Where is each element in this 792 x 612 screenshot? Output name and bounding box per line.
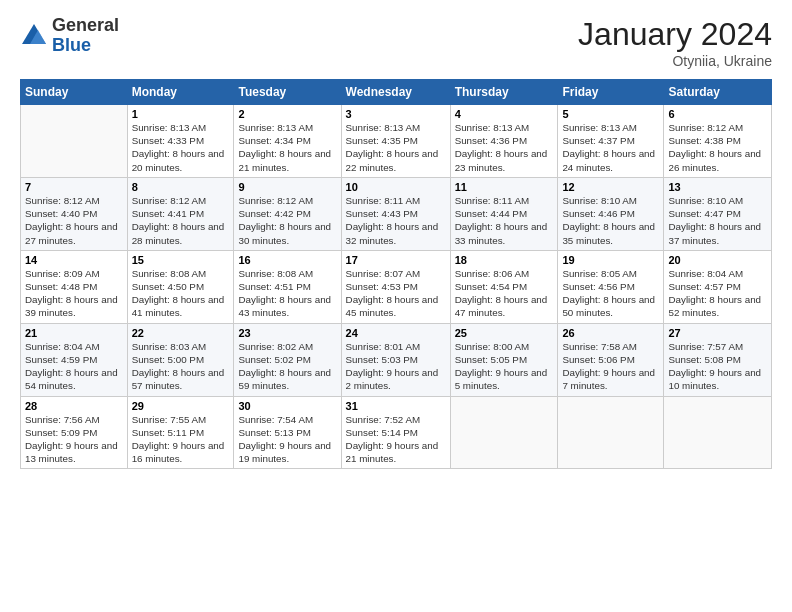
sunset-text: Sunset: 4:38 PM [668, 135, 740, 146]
day-info: Sunrise: 8:12 AMSunset: 4:38 PMDaylight:… [668, 121, 767, 174]
day-number: 10 [346, 181, 446, 193]
daylight-text: Daylight: 8 hours and 41 minutes. [132, 294, 225, 318]
daylight-text: Daylight: 8 hours and 59 minutes. [238, 367, 331, 391]
day-number: 11 [455, 181, 554, 193]
sunset-text: Sunset: 4:48 PM [25, 281, 97, 292]
sunset-text: Sunset: 4:57 PM [668, 281, 740, 292]
daylight-text: Daylight: 9 hours and 2 minutes. [346, 367, 439, 391]
sunset-text: Sunset: 4:37 PM [562, 135, 634, 146]
calendar-cell: 10Sunrise: 8:11 AMSunset: 4:43 PMDayligh… [341, 177, 450, 250]
daylight-text: Daylight: 8 hours and 52 minutes. [668, 294, 761, 318]
day-number: 5 [562, 108, 659, 120]
week-row-1: 1Sunrise: 8:13 AMSunset: 4:33 PMDaylight… [21, 105, 772, 178]
location: Otyniia, Ukraine [578, 53, 772, 69]
daylight-text: Daylight: 8 hours and 23 minutes. [455, 148, 548, 172]
week-row-5: 28Sunrise: 7:56 AMSunset: 5:09 PMDayligh… [21, 396, 772, 469]
day-info: Sunrise: 8:01 AMSunset: 5:03 PMDaylight:… [346, 340, 446, 393]
sunrise-text: Sunrise: 8:11 AM [346, 195, 421, 206]
sunset-text: Sunset: 5:03 PM [346, 354, 418, 365]
calendar-cell: 26Sunrise: 7:58 AMSunset: 5:06 PMDayligh… [558, 323, 664, 396]
sunset-text: Sunset: 4:51 PM [238, 281, 310, 292]
sunrise-text: Sunrise: 7:57 AM [668, 341, 743, 352]
daylight-text: Daylight: 9 hours and 21 minutes. [346, 440, 439, 464]
daylight-text: Daylight: 8 hours and 26 minutes. [668, 148, 761, 172]
sunrise-text: Sunrise: 7:56 AM [25, 414, 100, 425]
day-number: 8 [132, 181, 230, 193]
calendar-cell: 31Sunrise: 7:52 AMSunset: 5:14 PMDayligh… [341, 396, 450, 469]
day-info: Sunrise: 8:10 AMSunset: 4:46 PMDaylight:… [562, 194, 659, 247]
sunrise-text: Sunrise: 8:10 AM [668, 195, 743, 206]
sunrise-text: Sunrise: 8:05 AM [562, 268, 637, 279]
daylight-text: Daylight: 9 hours and 19 minutes. [238, 440, 331, 464]
logo-general: General [52, 16, 119, 36]
sunrise-text: Sunrise: 8:08 AM [132, 268, 207, 279]
calendar-cell: 30Sunrise: 7:54 AMSunset: 5:13 PMDayligh… [234, 396, 341, 469]
day-number: 28 [25, 400, 123, 412]
calendar-cell [21, 105, 128, 178]
day-number: 15 [132, 254, 230, 266]
sunrise-text: Sunrise: 8:13 AM [562, 122, 637, 133]
day-info: Sunrise: 8:12 AMSunset: 4:42 PMDaylight:… [238, 194, 336, 247]
sunset-text: Sunset: 5:05 PM [455, 354, 527, 365]
sunrise-text: Sunrise: 8:07 AM [346, 268, 421, 279]
sunset-text: Sunset: 5:08 PM [668, 354, 740, 365]
title-block: January 2024 Otyniia, Ukraine [578, 16, 772, 69]
daylight-text: Daylight: 8 hours and 30 minutes. [238, 221, 331, 245]
sunrise-text: Sunrise: 8:11 AM [455, 195, 530, 206]
col-tuesday: Tuesday [234, 80, 341, 105]
daylight-text: Daylight: 8 hours and 47 minutes. [455, 294, 548, 318]
sunset-text: Sunset: 4:43 PM [346, 208, 418, 219]
sunrise-text: Sunrise: 8:06 AM [455, 268, 530, 279]
sunset-text: Sunset: 4:47 PM [668, 208, 740, 219]
day-number: 12 [562, 181, 659, 193]
calendar-cell: 11Sunrise: 8:11 AMSunset: 4:44 PMDayligh… [450, 177, 558, 250]
day-number: 27 [668, 327, 767, 339]
daylight-text: Daylight: 8 hours and 35 minutes. [562, 221, 655, 245]
day-info: Sunrise: 7:55 AMSunset: 5:11 PMDaylight:… [132, 413, 230, 466]
day-number: 26 [562, 327, 659, 339]
calendar-cell: 15Sunrise: 8:08 AMSunset: 4:50 PMDayligh… [127, 250, 234, 323]
day-number: 13 [668, 181, 767, 193]
day-info: Sunrise: 8:08 AMSunset: 4:51 PMDaylight:… [238, 267, 336, 320]
calendar-cell: 29Sunrise: 7:55 AMSunset: 5:11 PMDayligh… [127, 396, 234, 469]
logo-text: General Blue [52, 16, 119, 56]
day-info: Sunrise: 8:13 AMSunset: 4:36 PMDaylight:… [455, 121, 554, 174]
day-number: 31 [346, 400, 446, 412]
calendar-cell: 23Sunrise: 8:02 AMSunset: 5:02 PMDayligh… [234, 323, 341, 396]
daylight-text: Daylight: 8 hours and 39 minutes. [25, 294, 118, 318]
daylight-text: Daylight: 8 hours and 20 minutes. [132, 148, 225, 172]
sunrise-text: Sunrise: 8:13 AM [238, 122, 313, 133]
day-number: 3 [346, 108, 446, 120]
daylight-text: Daylight: 8 hours and 27 minutes. [25, 221, 118, 245]
day-info: Sunrise: 8:09 AMSunset: 4:48 PMDaylight:… [25, 267, 123, 320]
logo-icon [20, 22, 48, 50]
calendar-cell: 6Sunrise: 8:12 AMSunset: 4:38 PMDaylight… [664, 105, 772, 178]
calendar-cell: 20Sunrise: 8:04 AMSunset: 4:57 PMDayligh… [664, 250, 772, 323]
day-number: 25 [455, 327, 554, 339]
week-row-3: 14Sunrise: 8:09 AMSunset: 4:48 PMDayligh… [21, 250, 772, 323]
sunrise-text: Sunrise: 8:04 AM [25, 341, 100, 352]
day-number: 18 [455, 254, 554, 266]
day-number: 2 [238, 108, 336, 120]
daylight-text: Daylight: 8 hours and 28 minutes. [132, 221, 225, 245]
sunset-text: Sunset: 4:40 PM [25, 208, 97, 219]
day-number: 20 [668, 254, 767, 266]
sunset-text: Sunset: 5:00 PM [132, 354, 204, 365]
calendar-cell [558, 396, 664, 469]
day-info: Sunrise: 8:12 AMSunset: 4:40 PMDaylight:… [25, 194, 123, 247]
day-info: Sunrise: 8:10 AMSunset: 4:47 PMDaylight:… [668, 194, 767, 247]
logo-blue: Blue [52, 36, 119, 56]
day-info: Sunrise: 8:08 AMSunset: 4:50 PMDaylight:… [132, 267, 230, 320]
calendar-cell: 18Sunrise: 8:06 AMSunset: 4:54 PMDayligh… [450, 250, 558, 323]
sunrise-text: Sunrise: 7:58 AM [562, 341, 637, 352]
calendar: Sunday Monday Tuesday Wednesday Thursday… [20, 79, 772, 469]
sunrise-text: Sunrise: 8:13 AM [455, 122, 530, 133]
header: General Blue January 2024 Otyniia, Ukrai… [20, 16, 772, 69]
sunrise-text: Sunrise: 7:52 AM [346, 414, 421, 425]
sunset-text: Sunset: 4:33 PM [132, 135, 204, 146]
day-number: 4 [455, 108, 554, 120]
calendar-cell: 19Sunrise: 8:05 AMSunset: 4:56 PMDayligh… [558, 250, 664, 323]
col-saturday: Saturday [664, 80, 772, 105]
sunset-text: Sunset: 5:13 PM [238, 427, 310, 438]
sunset-text: Sunset: 4:44 PM [455, 208, 527, 219]
